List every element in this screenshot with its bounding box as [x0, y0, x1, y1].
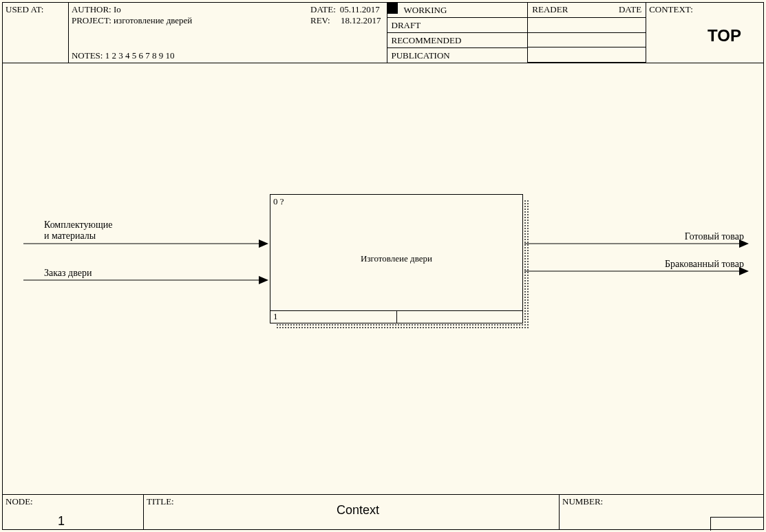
- date-value: 05.11.2017: [340, 4, 380, 15]
- status-publication: PUBLICATION: [392, 50, 450, 61]
- context-label: CONTEXT:: [649, 4, 693, 14]
- input2-label: Заказ двери: [44, 268, 92, 279]
- author-cell: AUTHOR: Io PROJECT: изготовление дверей …: [69, 3, 387, 63]
- number-tab: [710, 517, 764, 531]
- node-cell: NODE: 1: [3, 495, 144, 530]
- usedat-cell: USED AT:: [3, 3, 69, 63]
- project-value: изготовление дверей: [114, 15, 192, 25]
- status-cell: WORKING DRAFT RECOMMENDED PUBLICATION: [387, 3, 529, 63]
- node-label: NODE:: [6, 496, 33, 507]
- status-working: WORKING: [404, 5, 447, 16]
- title-value: Context: [337, 503, 379, 518]
- title-label: TITLE:: [147, 496, 174, 507]
- notes-label: NOTES:: [72, 50, 103, 61]
- node-value: 1: [58, 514, 65, 529]
- context-cell: CONTEXT: TOP: [646, 3, 763, 63]
- date-label: DATE:: [310, 4, 336, 15]
- number-label: NUMBER:: [562, 496, 603, 507]
- reader-cell: READER DATE: [528, 3, 646, 63]
- number-cell: NUMBER:: [560, 495, 763, 530]
- status-draft: DRAFT: [392, 20, 421, 31]
- footer-row: NODE: 1 TITLE: Context NUMBER:: [3, 495, 763, 530]
- author-value: Io: [114, 4, 121, 14]
- output1-label: Готовый товар: [685, 231, 744, 242]
- idef0-frame: USED AT: AUTHOR: Io PROJECT: изготовлени…: [2, 2, 764, 530]
- usedat-label: USED AT:: [6, 4, 43, 14]
- author-label: AUTHOR:: [72, 4, 111, 15]
- context-value: TOP: [708, 26, 741, 45]
- header-row: USED AT: AUTHOR: Io PROJECT: изготовлени…: [3, 3, 763, 63]
- output2-label: Бракованный товар: [665, 259, 744, 270]
- working-marker-icon: [387, 2, 398, 14]
- reader-date-label: DATE: [619, 4, 641, 15]
- notes-numbers: 1 2 3 4 5 6 7 8 9 10: [105, 50, 175, 61]
- input1-label: Комплектующиеи материалы: [44, 220, 112, 242]
- arrows-layer: [3, 63, 763, 495]
- status-recommended: RECOMMENDED: [392, 35, 462, 46]
- rev-label: REV:: [310, 15, 337, 26]
- diagram-canvas: 0 ? Изготовлеие двери 1 Комплекту: [3, 63, 763, 495]
- rev-value: 18.12.2017: [341, 15, 381, 26]
- reader-label: READER: [532, 4, 568, 15]
- project-label: PROJECT:: [72, 15, 111, 26]
- title-cell: TITLE: Context: [144, 495, 560, 530]
